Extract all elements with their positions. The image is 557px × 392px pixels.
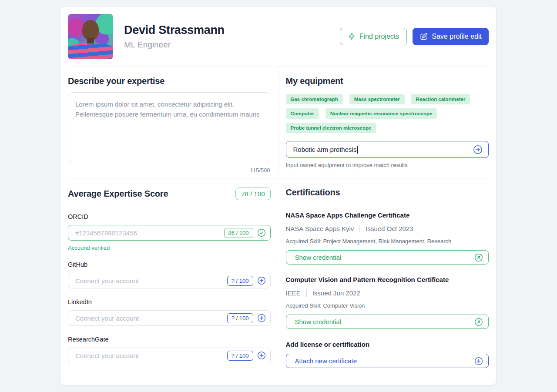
connect-plus-icon[interactable] [257,351,266,360]
show-credential-button[interactable]: Show credential [286,250,489,265]
account-group-github: GitHub ? / 100 [68,261,271,288]
avatar-neck [87,38,94,44]
equipment-tags: Gas chromatograph Mass spectrometer Reac… [286,94,489,133]
account-score-badge: ? / 100 [227,351,253,361]
certificate-name: NASA Space Apps Challenge Certificate [286,211,489,219]
account-score-badge: ? / 100 [227,276,253,286]
external-link-icon [474,253,483,262]
avatar [68,14,113,59]
connect-plus-icon[interactable] [257,314,266,322]
meta-divider [306,289,307,297]
add-certification-label: Add license or certification [286,341,489,348]
account-label: LinkedIn [68,298,271,305]
certificate-skills: Acquired Skill: Computer Vision [286,302,489,309]
equipment-tag[interactable]: Computer [286,108,319,119]
equipment-tag[interactable]: Mass spectrometer [349,94,405,104]
account-group-researchgate: ResearchGate ? / 100 [68,336,271,363]
avatar-shirt [68,43,113,59]
connect-plus-icon[interactable] [257,276,266,285]
linkedin-field: ? / 100 [68,310,271,326]
find-projects-button[interactable]: Find projects [340,28,407,45]
save-profile-label: Save profile edit [432,33,482,40]
account-group-linkedin: LinkedIn ? / 100 [68,298,271,326]
verified-note: Accound verified [68,245,271,251]
equipment-tag[interactable]: Nuclear magnetic resonance spectroscope [325,108,437,119]
github-field: ? / 100 [68,273,271,288]
overall-score-badge: 78 / 100 [235,188,270,200]
expertise-textarea[interactable]: Lorem ipsum dolor sit amet, consectetur … [68,92,270,163]
certificate-name: Computer Vision and Pattern Recognition … [286,276,489,283]
certificate-issued-date: Issued Jun 2022 [312,289,360,297]
account-label: ORCID [68,213,271,220]
show-credential-button[interactable]: Show credential [286,315,489,329]
show-credential-label: Show credential [295,318,342,325]
certifications-panel: Certifications NASA Space Apps Challenge… [278,178,489,368]
certificate-issuer: NASA Space Apps Kyiv [286,225,354,232]
profile-card: Devid Strassmann ML Engineer Find projec… [60,6,497,385]
orcid-input[interactable] [70,229,224,237]
equipment-title: My equipment [286,76,489,86]
score-title: Average Expertise Score [68,189,168,199]
linkedin-input[interactable] [70,315,227,322]
equipment-panel: My equipment Gas chromatograph Mass spec… [278,67,489,174]
profile-header: Devid Strassmann ML Engineer Find projec… [68,14,489,67]
text-caret [357,146,358,154]
certifications-title: Certifications [286,188,489,198]
equipment-helper-text: Input owned equipment to improve match r… [286,162,489,168]
plus-circle-icon [474,357,483,365]
save-profile-button[interactable]: Save profile edit [413,28,489,45]
submit-arrow-icon[interactable] [473,145,483,154]
attach-certificate-button[interactable]: Attach new certificate [286,354,489,368]
account-score-badge: 86 / 100 [224,228,253,238]
equipment-input[interactable]: Robotic arm prothesis [286,141,489,158]
account-score-badge: ? / 100 [227,313,253,323]
avatar-head [82,20,99,40]
check-circle-icon [257,228,266,237]
account-group-orcid: ORCID 86 / 100 Accound verified [68,213,271,251]
equipment-tag[interactable]: Reaction calorimeter [411,94,470,104]
bottom-section: Average Expertise Score 78 / 100 ORCID 8… [68,178,489,368]
char-counter: 115/500 [68,167,270,174]
person-role: ML Engineer [124,40,225,50]
account-label: ResearchGate [68,336,271,343]
expertise-panel: Describe your expertise Lorem ipsum dolo… [68,67,278,174]
person-name: Devid Strassmann [124,23,225,37]
researchgate-input[interactable] [70,352,227,359]
certification-item: NASA Space Apps Challenge Certificate NA… [286,211,489,265]
expertise-title: Describe your expertise [68,76,270,86]
expertise-score-panel: Average Expertise Score 78 / 100 ORCID 8… [68,178,278,368]
certificate-issuer: IEEE [286,289,301,297]
header-actions: Find projects Save profile edit [340,28,489,45]
find-projects-label: Find projects [359,33,399,40]
equipment-input-value: Robotic arm prothesis [293,146,357,153]
show-credential-label: Show credential [295,254,342,261]
certification-item: Computer Vision and Pattern Recognition … [286,276,489,329]
header-info: Devid Strassmann ML Engineer [124,23,225,50]
account-label: GitHub [68,261,271,268]
equipment-tag[interactable]: Probe tunnel electron microscope [286,123,376,133]
top-section: Describe your expertise Lorem ipsum dolo… [68,67,489,178]
certificate-skills: Acquired Skill: Project Management, Risk… [286,238,489,245]
lightning-icon [348,33,356,40]
researchgate-field: ? / 100 [68,348,271,363]
external-link-icon [474,318,483,326]
stray-caret-mark [68,365,68,371]
orcid-field: 86 / 100 [68,225,271,241]
github-input[interactable] [70,277,227,285]
edit-icon [419,33,428,41]
meta-divider [359,225,360,232]
equipment-tag[interactable]: Gas chromatograph [286,94,343,104]
attach-certificate-label: Attach new certificate [295,357,357,365]
certificate-issued-date: Issued Oct 2023 [366,225,413,232]
